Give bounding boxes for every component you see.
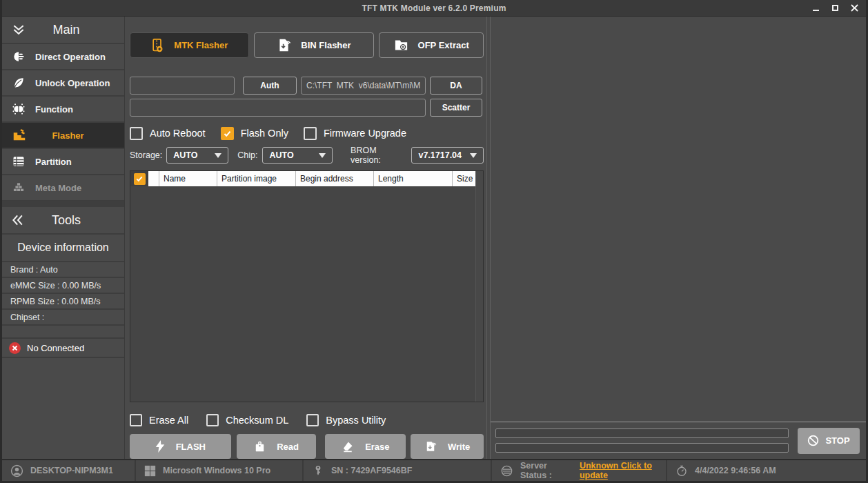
device-info-spacer bbox=[2, 326, 124, 339]
serial-number: SN : 7429AF9546BF bbox=[331, 466, 412, 475]
storage-value: AUTO bbox=[173, 150, 197, 160]
minimize-icon bbox=[813, 10, 819, 11]
scatter-file-input[interactable] bbox=[130, 99, 426, 117]
sidebar-item-label: Partition bbox=[35, 157, 72, 167]
progress-bar-primary bbox=[495, 428, 789, 438]
checkbox-box bbox=[130, 127, 143, 140]
partition-table-body[interactable] bbox=[130, 186, 475, 402]
server-status-link[interactable]: Unknown Click to update bbox=[580, 461, 666, 480]
storage-dropdown[interactable]: AUTO bbox=[166, 147, 228, 164]
checkbox-firmware-upgrade[interactable]: Firmware Upgrade bbox=[304, 127, 406, 140]
column-header-size[interactable]: Size bbox=[453, 171, 475, 186]
checkbox-label: Bypass Utility bbox=[326, 415, 386, 426]
double-chevron-left-icon bbox=[11, 213, 29, 227]
close-button[interactable] bbox=[847, 2, 861, 14]
check-icon bbox=[135, 175, 144, 183]
maximize-button[interactable] bbox=[828, 2, 842, 14]
checkbox-box bbox=[206, 414, 219, 426]
erase-button[interactable]: Erase bbox=[325, 434, 406, 459]
tab-bin-flasher[interactable]: BIN Flasher bbox=[254, 32, 375, 58]
sidebar: Main Direct Operation Unlock Operation F… bbox=[2, 17, 125, 459]
computer-name: DESKTOP-NIPM3M1 bbox=[30, 466, 113, 475]
app-window: TFT MTK Module ver 6.2.0 Premium Main D bbox=[0, 0, 868, 483]
sidebar-item-label: Direct Operation bbox=[35, 52, 106, 62]
table-scrollbar[interactable] bbox=[475, 171, 483, 402]
mtk-flasher-icon bbox=[150, 38, 164, 53]
clock-icon bbox=[675, 464, 688, 477]
column-header-name[interactable]: Name bbox=[159, 171, 217, 186]
auth-da-row: Auth DA bbox=[130, 77, 484, 95]
status-datetime: 4/4/2022 9:46:56 AM bbox=[667, 460, 866, 481]
sidebar-item-function[interactable]: Function bbox=[2, 97, 124, 123]
button-label: Write bbox=[448, 442, 470, 452]
title-bar: TFT MTK Module ver 6.2.0 Premium bbox=[0, 0, 868, 17]
tab-label: BIN Flasher bbox=[301, 40, 351, 50]
auth-file-input[interactable] bbox=[130, 77, 235, 95]
main-panel: MTK Flasher BIN Flasher OFP Extract bbox=[125, 17, 487, 459]
chevron-down-icon bbox=[215, 153, 221, 158]
user-icon bbox=[10, 464, 23, 477]
checkbox-label: Erase All bbox=[149, 415, 188, 426]
sidebar-item-partition[interactable]: Partition bbox=[2, 149, 124, 175]
status-computer: DESKTOP-NIPM3M1 bbox=[2, 460, 136, 481]
storage-label: Storage: bbox=[130, 150, 162, 160]
select-all-cell[interactable] bbox=[130, 171, 148, 186]
checkbox-label: Flash Only bbox=[241, 128, 288, 139]
sidebar-header-main[interactable]: Main bbox=[2, 17, 124, 44]
chevron-down-icon bbox=[319, 153, 326, 158]
read-button[interactable]: Read bbox=[237, 434, 317, 459]
checkbox-checksum-dl[interactable]: Checksum DL bbox=[206, 414, 288, 426]
flash-options-row: Auto Reboot Flash Only Firmware Upgrade bbox=[130, 126, 484, 141]
sidebar-item-flasher[interactable]: Flasher bbox=[2, 123, 124, 149]
da-path-input[interactable] bbox=[301, 77, 426, 95]
sidebar-item-direct-operation[interactable]: Direct Operation bbox=[2, 44, 124, 70]
tab-label: OFP Extract bbox=[418, 40, 469, 50]
checkbox-auto-reboot[interactable]: Auto Reboot bbox=[130, 127, 206, 140]
tab-mtk-flasher[interactable]: MTK Flasher bbox=[130, 32, 249, 58]
select-all-checkbox[interactable] bbox=[134, 173, 146, 185]
column-header-length[interactable]: Length bbox=[374, 171, 453, 186]
brom-version-dropdown[interactable]: v7.1717.04 bbox=[411, 147, 484, 164]
sidebar-item-meta-mode[interactable]: Meta Mode bbox=[2, 175, 124, 201]
window-controls bbox=[809, 0, 861, 16]
sidebar-header-label: Tools bbox=[29, 213, 124, 228]
tab-ofp-extract[interactable]: OFP Extract bbox=[379, 32, 484, 58]
scatter-row: Scatter bbox=[130, 99, 484, 117]
column-header-begin-address[interactable]: Begin address bbox=[296, 171, 374, 186]
sidebar-header-tools[interactable]: Tools bbox=[2, 207, 124, 235]
status-server: Server Status : Unknown Click to update bbox=[492, 460, 667, 481]
scatter-button[interactable]: Scatter bbox=[430, 99, 482, 117]
minimize-button[interactable] bbox=[809, 2, 822, 14]
prohibition-icon bbox=[807, 435, 819, 446]
chip-dropdown[interactable]: AUTO bbox=[262, 147, 333, 164]
flash-button[interactable]: FLASH bbox=[130, 434, 231, 459]
windows-icon bbox=[144, 465, 156, 477]
checkbox-box bbox=[306, 414, 319, 426]
checkbox-flash-only[interactable]: Flash Only bbox=[221, 127, 288, 140]
log-output-area[interactable] bbox=[491, 17, 866, 422]
sidebar-item-unlock-operation[interactable]: Unlock Operation bbox=[2, 70, 124, 97]
brom-version-value: v7.1717.04 bbox=[418, 150, 462, 160]
lightning-icon bbox=[155, 440, 165, 453]
maximize-icon bbox=[832, 5, 838, 11]
checkbox-box bbox=[304, 127, 317, 140]
partition-table: Name Partition image Begin address Lengt… bbox=[130, 170, 484, 402]
stop-button[interactable]: STOP bbox=[798, 428, 860, 454]
folder-gear-icon bbox=[394, 39, 408, 52]
auth-button[interactable]: Auth bbox=[243, 77, 297, 95]
column-header-partition-image[interactable]: Partition image bbox=[217, 171, 296, 186]
sidebar-filler bbox=[2, 358, 124, 459]
right-panel: STOP bbox=[490, 17, 866, 459]
device-info-brand: Brand : Auto bbox=[2, 262, 124, 278]
button-label: STOP bbox=[825, 435, 849, 446]
action-buttons-row: FLASH Read Erase Write bbox=[130, 434, 484, 459]
checkbox-box bbox=[130, 414, 142, 426]
checkbox-bypass-utility[interactable]: Bypass Utility bbox=[306, 414, 386, 426]
checkbox-erase-all[interactable]: Erase All bbox=[130, 414, 188, 426]
status-serial: SN : 7429AF9546BF bbox=[304, 460, 492, 481]
da-button[interactable]: DA bbox=[430, 77, 482, 95]
write-button[interactable]: Write bbox=[411, 434, 484, 459]
os-name: Microsoft Windows 10 Pro bbox=[163, 466, 270, 475]
chevron-down-icon bbox=[470, 153, 477, 158]
sidebar-header-label: Main bbox=[29, 23, 124, 37]
